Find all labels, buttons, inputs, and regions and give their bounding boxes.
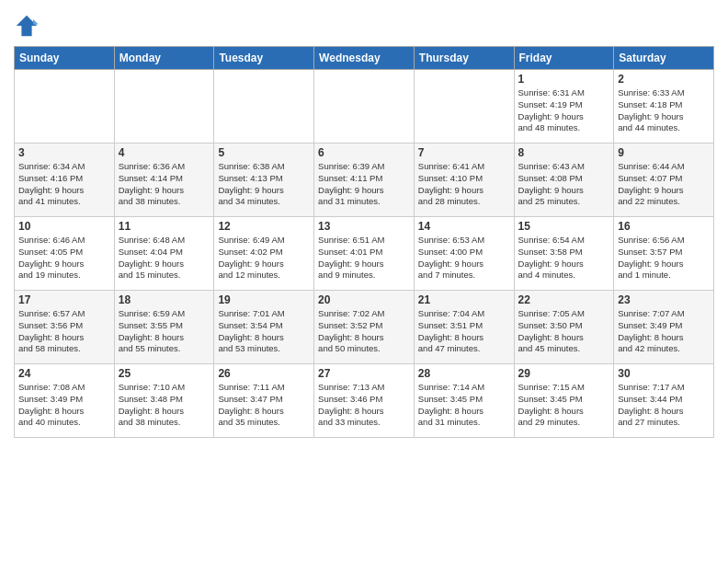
day-number: 17	[18, 293, 110, 306]
header-row: SundayMondayTuesdayWednesdayThursdayFrid…	[15, 47, 714, 70]
day-number: 1	[518, 73, 610, 86]
calendar-cell: 17Sunrise: 6:57 AM Sunset: 3:56 PM Dayli…	[15, 291, 115, 364]
day-info: Sunrise: 7:11 AM Sunset: 3:47 PM Dayligh…	[218, 382, 310, 429]
calendar-cell: 14Sunrise: 6:53 AM Sunset: 4:00 PM Dayli…	[414, 217, 514, 291]
day-number: 9	[618, 146, 710, 159]
day-number: 24	[18, 367, 110, 380]
day-info: Sunrise: 7:05 AM Sunset: 3:50 PM Dayligh…	[518, 308, 610, 355]
day-info: Sunrise: 6:59 AM Sunset: 3:55 PM Dayligh…	[119, 308, 210, 355]
calendar-cell: 21Sunrise: 7:04 AM Sunset: 3:51 PM Dayli…	[414, 291, 514, 364]
calendar-cell: 7Sunrise: 6:41 AM Sunset: 4:10 PM Daylig…	[414, 144, 514, 217]
day-number: 18	[119, 293, 210, 306]
day-number: 27	[318, 367, 410, 380]
day-info: Sunrise: 6:49 AM Sunset: 4:02 PM Dayligh…	[218, 235, 310, 282]
day-info: Sunrise: 7:02 AM Sunset: 3:52 PM Dayligh…	[318, 308, 410, 355]
day-info: Sunrise: 6:48 AM Sunset: 4:04 PM Dayligh…	[119, 235, 210, 282]
day-number: 5	[218, 146, 310, 159]
calendar-cell: 9Sunrise: 6:44 AM Sunset: 4:07 PM Daylig…	[614, 144, 714, 217]
calendar-cell: 20Sunrise: 7:02 AM Sunset: 3:52 PM Dayli…	[314, 291, 415, 364]
day-info: Sunrise: 6:54 AM Sunset: 3:58 PM Dayligh…	[518, 235, 610, 282]
day-info: Sunrise: 6:43 AM Sunset: 4:08 PM Dayligh…	[518, 161, 610, 208]
calendar-cell: 1Sunrise: 6:31 AM Sunset: 4:19 PM Daylig…	[514, 70, 614, 144]
day-number: 13	[318, 220, 410, 233]
day-number: 15	[518, 220, 610, 233]
col-header-tuesday: Tuesday	[214, 47, 314, 70]
logo-icon	[14, 13, 40, 39]
day-number: 10	[18, 220, 110, 233]
day-info: Sunrise: 6:57 AM Sunset: 3:56 PM Dayligh…	[18, 308, 110, 355]
day-info: Sunrise: 7:07 AM Sunset: 3:49 PM Dayligh…	[618, 308, 710, 355]
col-header-friday: Friday	[514, 47, 614, 70]
day-info: Sunrise: 6:36 AM Sunset: 4:14 PM Dayligh…	[119, 161, 210, 208]
calendar-cell: 11Sunrise: 6:48 AM Sunset: 4:04 PM Dayli…	[114, 217, 214, 291]
calendar-cell: 22Sunrise: 7:05 AM Sunset: 3:50 PM Dayli…	[514, 291, 614, 364]
calendar-cell: 26Sunrise: 7:11 AM Sunset: 3:47 PM Dayli…	[214, 364, 314, 438]
calendar-cell: 24Sunrise: 7:08 AM Sunset: 3:49 PM Dayli…	[15, 364, 115, 438]
calendar-cell: 15Sunrise: 6:54 AM Sunset: 3:58 PM Dayli…	[514, 217, 614, 291]
calendar-cell: 29Sunrise: 7:15 AM Sunset: 3:45 PM Dayli…	[514, 364, 614, 438]
calendar-cell: 4Sunrise: 6:36 AM Sunset: 4:14 PM Daylig…	[114, 144, 214, 217]
calendar-cell	[314, 70, 415, 144]
day-info: Sunrise: 7:17 AM Sunset: 3:44 PM Dayligh…	[618, 382, 710, 429]
col-header-wednesday: Wednesday	[314, 47, 415, 70]
calendar-cell	[214, 70, 314, 144]
day-info: Sunrise: 6:39 AM Sunset: 4:11 PM Dayligh…	[318, 161, 410, 208]
header	[14, 9, 714, 39]
day-number: 29	[518, 367, 610, 380]
day-info: Sunrise: 6:44 AM Sunset: 4:07 PM Dayligh…	[618, 161, 710, 208]
day-number: 2	[618, 73, 710, 86]
day-number: 21	[418, 293, 510, 306]
day-number: 28	[418, 367, 510, 380]
calendar-cell: 2Sunrise: 6:33 AM Sunset: 4:18 PM Daylig…	[614, 70, 714, 144]
day-info: Sunrise: 6:31 AM Sunset: 4:19 PM Dayligh…	[518, 87, 610, 134]
day-info: Sunrise: 6:38 AM Sunset: 4:13 PM Dayligh…	[218, 161, 310, 208]
day-number: 20	[318, 293, 410, 306]
calendar-cell: 13Sunrise: 6:51 AM Sunset: 4:01 PM Dayli…	[314, 217, 415, 291]
calendar-cell	[15, 70, 115, 144]
calendar-cell: 6Sunrise: 6:39 AM Sunset: 4:11 PM Daylig…	[314, 144, 415, 217]
day-number: 19	[218, 293, 310, 306]
day-info: Sunrise: 7:10 AM Sunset: 3:48 PM Dayligh…	[119, 382, 210, 429]
day-number: 30	[618, 367, 710, 380]
calendar-cell: 3Sunrise: 6:34 AM Sunset: 4:16 PM Daylig…	[15, 144, 115, 217]
week-row-4: 17Sunrise: 6:57 AM Sunset: 3:56 PM Dayli…	[15, 291, 714, 364]
day-info: Sunrise: 7:14 AM Sunset: 3:45 PM Dayligh…	[418, 382, 510, 429]
day-number: 3	[18, 146, 110, 159]
calendar-cell: 23Sunrise: 7:07 AM Sunset: 3:49 PM Dayli…	[614, 291, 714, 364]
col-header-thursday: Thursday	[414, 47, 514, 70]
calendar-cell: 27Sunrise: 7:13 AM Sunset: 3:46 PM Dayli…	[314, 364, 415, 438]
logo	[14, 13, 41, 39]
calendar-cell: 16Sunrise: 6:56 AM Sunset: 3:57 PM Dayli…	[614, 217, 714, 291]
day-info: Sunrise: 6:53 AM Sunset: 4:00 PM Dayligh…	[418, 235, 510, 282]
day-number: 11	[119, 220, 210, 233]
calendar-cell: 28Sunrise: 7:14 AM Sunset: 3:45 PM Dayli…	[414, 364, 514, 438]
col-header-saturday: Saturday	[614, 47, 714, 70]
calendar-cell	[414, 70, 514, 144]
week-row-1: 1Sunrise: 6:31 AM Sunset: 4:19 PM Daylig…	[15, 70, 714, 144]
calendar-cell: 10Sunrise: 6:46 AM Sunset: 4:05 PM Dayli…	[15, 217, 115, 291]
day-info: Sunrise: 6:51 AM Sunset: 4:01 PM Dayligh…	[318, 235, 410, 282]
calendar-cell: 8Sunrise: 6:43 AM Sunset: 4:08 PM Daylig…	[514, 144, 614, 217]
day-number: 7	[418, 146, 510, 159]
week-row-2: 3Sunrise: 6:34 AM Sunset: 4:16 PM Daylig…	[15, 144, 714, 217]
calendar-cell: 30Sunrise: 7:17 AM Sunset: 3:44 PM Dayli…	[614, 364, 714, 438]
day-info: Sunrise: 7:08 AM Sunset: 3:49 PM Dayligh…	[18, 382, 110, 429]
calendar-cell: 18Sunrise: 6:59 AM Sunset: 3:55 PM Dayli…	[114, 291, 214, 364]
day-number: 8	[518, 146, 610, 159]
col-header-sunday: Sunday	[15, 47, 115, 70]
day-info: Sunrise: 6:41 AM Sunset: 4:10 PM Dayligh…	[418, 161, 510, 208]
day-number: 12	[218, 220, 310, 233]
svg-marker-0	[17, 16, 37, 36]
week-row-5: 24Sunrise: 7:08 AM Sunset: 3:49 PM Dayli…	[15, 364, 714, 438]
day-number: 16	[618, 220, 710, 233]
day-number: 22	[518, 293, 610, 306]
day-info: Sunrise: 6:56 AM Sunset: 3:57 PM Dayligh…	[618, 235, 710, 282]
day-info: Sunrise: 6:34 AM Sunset: 4:16 PM Dayligh…	[18, 161, 110, 208]
day-info: Sunrise: 7:13 AM Sunset: 3:46 PM Dayligh…	[318, 382, 410, 429]
calendar-cell	[114, 70, 214, 144]
calendar-table: SundayMondayTuesdayWednesdayThursdayFrid…	[14, 46, 714, 438]
week-row-3: 10Sunrise: 6:46 AM Sunset: 4:05 PM Dayli…	[15, 217, 714, 291]
calendar-cell: 5Sunrise: 6:38 AM Sunset: 4:13 PM Daylig…	[214, 144, 314, 217]
calendar-cell: 25Sunrise: 7:10 AM Sunset: 3:48 PM Dayli…	[114, 364, 214, 438]
day-number: 25	[119, 367, 210, 380]
